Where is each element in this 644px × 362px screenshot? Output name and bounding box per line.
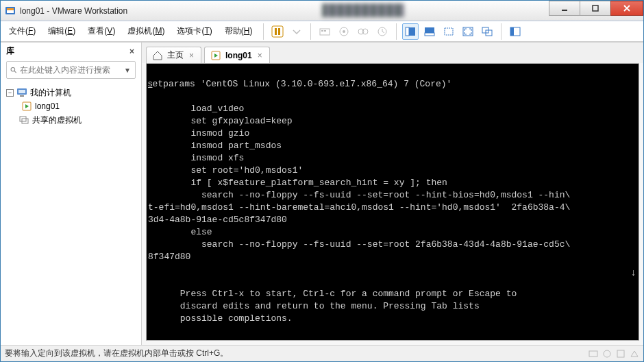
device-icon[interactable] — [602, 349, 612, 359]
library-close-button[interactable]: × — [127, 47, 137, 56]
menubar: 文件(F) 编辑(E) 查看(V) 虚拟机(M) 选项卡(T) 帮助(H) — [1, 21, 643, 42]
svg-rect-10 — [324, 30, 326, 32]
menu-file[interactable]: 文件(F) — [3, 23, 41, 40]
scroll-down-icon: ↓ — [631, 266, 636, 278]
power-pause-button[interactable] — [269, 23, 286, 40]
svg-rect-7 — [278, 28, 280, 35]
library-toggle-button[interactable] — [507, 23, 523, 40]
library-search-input[interactable] — [20, 65, 123, 75]
menu-help[interactable]: 帮助(H) — [219, 23, 258, 40]
main-area: 主页 × long01 × setparams 'CentOS Linux (3… — [142, 43, 643, 345]
tab-close-icon[interactable]: × — [188, 51, 195, 60]
toolbar-separator — [310, 23, 311, 40]
toolbar-separator — [396, 23, 397, 40]
status-text: 要将输入定向到该虚拟机，请在虚拟机内部单击或按 Ctrl+G。 — [5, 348, 228, 359]
view-console-button[interactable] — [402, 23, 419, 40]
fullscreen-button[interactable] — [460, 23, 476, 40]
home-icon — [152, 50, 163, 61]
svg-rect-28 — [18, 90, 25, 93]
library-title: 库 — [6, 45, 14, 57]
svg-point-26 — [11, 68, 15, 72]
svg-point-14 — [362, 29, 368, 34]
svg-rect-5 — [272, 26, 283, 37]
titlebar: long01 - VMware Workstation — [1, 1, 643, 21]
svg-rect-38 — [617, 350, 624, 357]
snapshot-button[interactable] — [336, 23, 352, 40]
svg-rect-20 — [445, 28, 453, 35]
tree-label: 我的计算机 — [30, 87, 71, 99]
window-title: long01 - VMware Workstation — [20, 6, 127, 16]
device-icon[interactable] — [616, 349, 626, 359]
menu-view[interactable]: 查看(V) — [82, 23, 121, 40]
tab-label: long01 — [225, 51, 252, 60]
stretch-guest-button[interactable] — [441, 23, 457, 40]
tab-label: 主页 — [167, 49, 184, 61]
library-search[interactable]: ▼ — [6, 61, 136, 79]
svg-rect-3 — [562, 10, 567, 11]
svg-rect-17 — [406, 27, 409, 36]
svg-point-37 — [604, 350, 610, 357]
menu-edit[interactable]: 编辑(E) — [42, 23, 81, 40]
device-icon[interactable] — [630, 349, 639, 359]
svg-rect-29 — [20, 95, 24, 97]
search-dropdown-icon[interactable]: ▼ — [123, 67, 132, 74]
app-window: long01 - VMware Workstation 文件(F) 编辑(E) … — [0, 0, 644, 362]
svg-rect-9 — [321, 30, 323, 32]
revert-snapshot-button[interactable] — [374, 23, 391, 40]
titlebar-blur — [322, 3, 404, 17]
menu-tabs[interactable]: 选项卡(T) — [171, 23, 217, 40]
svg-rect-36 — [589, 351, 597, 357]
tree-label: 共享的虚拟机 — [32, 114, 82, 126]
vm-running-icon — [21, 101, 32, 112]
svg-rect-25 — [510, 27, 514, 36]
tree-vm-long01[interactable]: long01 — [3, 99, 138, 113]
send-ctrlaltdel-button[interactable] — [317, 23, 333, 40]
tree-collapse-icon[interactable]: − — [6, 89, 14, 97]
view-thumbnail-button[interactable] — [421, 23, 438, 40]
minimize-button[interactable] — [549, 1, 580, 16]
maximize-button[interactable] — [580, 1, 611, 16]
svg-rect-6 — [275, 28, 277, 35]
tree-shared-vms[interactable]: 共享的虚拟机 — [3, 113, 138, 127]
status-bar: 要将输入定向到该虚拟机，请在虚拟机内部单击或按 Ctrl+G。 — [1, 345, 643, 361]
vm-running-icon — [210, 50, 221, 61]
tree-label: long01 — [35, 101, 60, 111]
shared-vms-icon — [18, 114, 29, 125]
unity-button[interactable] — [479, 23, 495, 40]
console-frame: setparams 'CentOS Linux (3.10.0-693.el7.… — [146, 63, 639, 341]
toolbar-separator — [501, 23, 501, 40]
search-icon — [10, 65, 17, 75]
svg-rect-19 — [425, 33, 434, 36]
library-panel: 库 × ▼ − 我的计算机 long01 — [1, 43, 142, 345]
svg-rect-8 — [320, 29, 330, 35]
close-button[interactable] — [610, 1, 643, 16]
device-icon[interactable] — [589, 349, 598, 359]
svg-rect-4 — [593, 5, 598, 11]
vm-console[interactable]: setparams 'CentOS Linux (3.10.0-693.el7.… — [147, 64, 639, 340]
computer-icon — [16, 87, 27, 98]
power-dropdown[interactable] — [288, 23, 305, 40]
svg-rect-2 — [7, 8, 14, 10]
tabbar: 主页 × long01 × — [142, 43, 643, 63]
library-tree: − 我的计算机 long01 共享的虚拟机 — [1, 83, 141, 130]
vmware-icon — [5, 5, 16, 16]
tab-long01[interactable]: long01 × — [204, 47, 270, 63]
snapshot-manager-button[interactable] — [355, 23, 371, 40]
status-device-icons — [589, 349, 639, 359]
content-body: 库 × ▼ − 我的计算机 long01 — [1, 42, 643, 345]
svg-point-12 — [343, 30, 345, 33]
tree-my-computer[interactable]: − 我的计算机 — [3, 86, 138, 99]
menu-vm[interactable]: 虚拟机(M) — [122, 23, 170, 40]
toolbar-separator — [263, 23, 264, 40]
tab-close-icon[interactable]: × — [256, 51, 264, 60]
tab-home[interactable]: 主页 × — [146, 47, 201, 63]
